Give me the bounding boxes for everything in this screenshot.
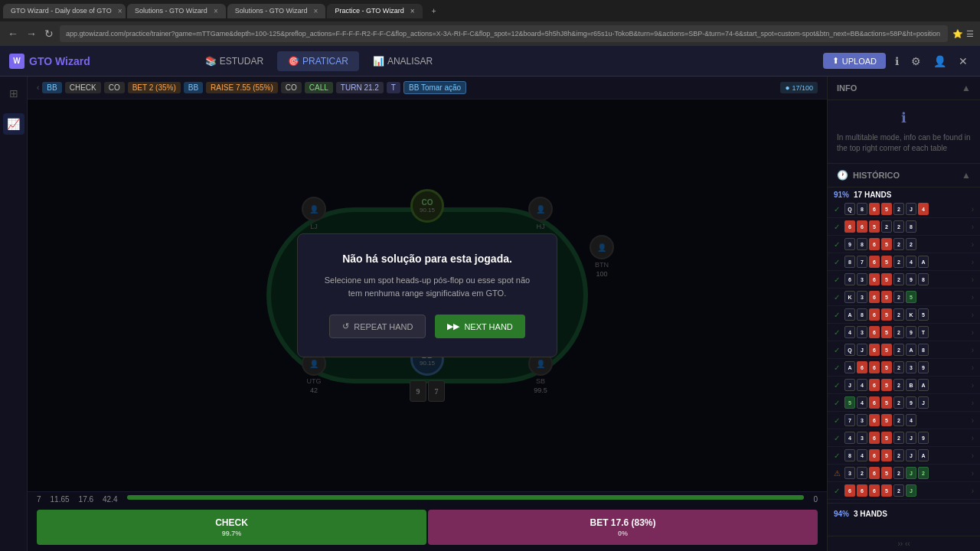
- expand-icon[interactable]: ›: [972, 364, 974, 372]
- expand-icon[interactable]: ›: [972, 487, 974, 495]
- mini-card: 5: [881, 291, 892, 303]
- sidebar-chart-icon[interactable]: 📈: [3, 113, 24, 135]
- mini-card: 2: [893, 220, 904, 233]
- expand-icon[interactable]: ›: [972, 205, 974, 214]
- expand-icon[interactable]: ›: [972, 399, 974, 407]
- next-icon: ▶▶: [447, 321, 459, 331]
- next-hand-button[interactable]: ▶▶ NEXT HAND: [435, 315, 524, 338]
- tab-3-close[interactable]: ×: [314, 7, 318, 15]
- expand-icon[interactable]: ›: [972, 311, 974, 319]
- historico-close-button[interactable]: ▲: [962, 170, 971, 181]
- mini-card: 2: [893, 273, 904, 285]
- check-icon: ✓: [834, 487, 841, 495]
- user-icon-btn[interactable]: 👤: [930, 52, 949, 70]
- table-row: ✓ 4 3 6 5 2 J 9 ›: [828, 429, 980, 447]
- app-logo: W GTO Wizard: [9, 54, 90, 69]
- estudar-label: ESTUDAR: [220, 56, 263, 67]
- mini-card: 6: [857, 484, 867, 497]
- mini-card: 6: [869, 432, 880, 444]
- breadcrumb-arrow: ‹: [37, 83, 39, 92]
- expand-icon[interactable]: ›: [972, 258, 974, 266]
- repeat-label: REPEAT HAND: [354, 322, 413, 331]
- breadcrumb-bb-2: BB: [184, 82, 203, 93]
- check-button[interactable]: CHECK 99.7%: [37, 510, 426, 545]
- mini-card: 5: [906, 291, 916, 303]
- table-row: ✓ 6 6 5 2 2 8 ›: [828, 218, 980, 236]
- upload-button[interactable]: ⬆ UPLOAD: [823, 53, 886, 69]
- sidebar-home-icon[interactable]: ⊞: [3, 83, 24, 104]
- stat-zero: 0: [813, 495, 818, 504]
- expand-icon[interactable]: ›: [972, 276, 974, 284]
- nav-reload[interactable]: ↻: [43, 26, 55, 41]
- bet-button[interactable]: BET 17.6 (83%) 0%: [428, 510, 818, 545]
- logo-icon: W: [9, 54, 24, 69]
- tab-3[interactable]: Solutions - GTO Wizard ×: [227, 4, 326, 18]
- mini-card: 4: [918, 203, 929, 215]
- expand-icon[interactable]: ›: [972, 452, 974, 460]
- expand-icon[interactable]: ›: [972, 346, 974, 354]
- info-icon-btn[interactable]: ℹ: [892, 52, 902, 70]
- mini-card: 4: [857, 449, 867, 461]
- expand-icon[interactable]: ›: [972, 469, 974, 478]
- expand-icon[interactable]: ›: [972, 434, 974, 442]
- info-close-button[interactable]: ▲: [962, 83, 971, 93]
- historico-header: 🕐 HISTÓRICO ▲: [828, 164, 980, 187]
- bottom-expand[interactable]: ›› ‹‹: [828, 536, 980, 551]
- tab-4-close[interactable]: ×: [410, 7, 415, 15]
- expand-icon[interactable]: ›: [972, 416, 974, 425]
- right-panel: INFO ▲ ℹ In multitable mode, info can be…: [827, 77, 980, 551]
- mini-card: 5: [881, 449, 892, 461]
- expand-icon[interactable]: ›: [972, 293, 974, 302]
- mini-card: 8: [857, 238, 867, 250]
- close-icon-btn[interactable]: ✕: [956, 52, 971, 70]
- nav-estudar[interactable]: 📚 ESTUDAR: [194, 51, 274, 71]
- nav-analisar[interactable]: 📊 ANALISAR: [362, 51, 443, 71]
- app-header: W GTO Wizard 📚 ESTUDAR 🎯 PRATICAR 📊 ANAL…: [0, 46, 980, 77]
- nav-back[interactable]: ←: [6, 26, 20, 41]
- action-breadcrumb: ‹ BB CHECK CO BET 2 (35%) BB RAISE 7.55 …: [28, 77, 827, 99]
- check-icon: ✓: [834, 399, 841, 407]
- mini-card: 2: [893, 467, 904, 479]
- mini-card: 8: [857, 308, 867, 321]
- mini-card: 2: [893, 256, 904, 268]
- address-bar[interactable]: app.gtowizard.com/practice/trainer?game=…: [60, 25, 948, 42]
- mini-card: 6: [869, 414, 880, 426]
- mini-card: 2: [893, 379, 904, 391]
- tab-1-close[interactable]: ×: [118, 7, 122, 15]
- mini-card: 5: [918, 308, 929, 321]
- breadcrumb-t: T: [387, 82, 400, 93]
- tab-1[interactable]: GTO Wizard - Daily dose of GTO ×: [3, 4, 126, 18]
- hand-cards-7: A 8 6 5 2 K 5: [844, 308, 929, 321]
- nav-forward[interactable]: →: [24, 26, 38, 41]
- tab-2[interactable]: Solutions - GTO Wizard ×: [127, 4, 226, 18]
- tab-4[interactable]: Practice - GTO Wizard ×: [327, 4, 422, 18]
- warning-icon: ⚠: [834, 469, 841, 478]
- repeat-hand-button[interactable]: ↺ REPEAT HAND: [329, 315, 426, 338]
- hands-list[interactable]: ✓ Q 8 6 5 2 J 4 › ✓ 6: [828, 201, 980, 536]
- table-row: ✓ 8 4 6 5 2 J A ›: [828, 447, 980, 465]
- expand-icon[interactable]: ›: [972, 381, 974, 390]
- nav-praticar[interactable]: 🎯 PRATICAR: [277, 51, 359, 71]
- accuracy-91-bar: 91% 17 HANDS: [828, 187, 980, 201]
- expand-icon[interactable]: ›: [972, 328, 974, 337]
- mini-card: 8: [918, 273, 929, 285]
- tab-2-close[interactable]: ×: [214, 7, 218, 15]
- tab-new[interactable]: +: [424, 4, 444, 18]
- mini-card: 4: [857, 379, 867, 391]
- hand-cards-12: 5 4 6 5 2 9 J: [844, 396, 929, 409]
- expand-icon[interactable]: ›: [972, 240, 974, 249]
- praticar-icon: 🎯: [288, 56, 299, 67]
- check-icon: ✓: [834, 311, 841, 319]
- mini-card: 2: [893, 203, 904, 215]
- hand-cards-3: 9 8 6 5 2 2: [844, 238, 916, 250]
- mini-card: 5: [881, 432, 892, 444]
- historico-title-area: 🕐 HISTÓRICO: [837, 170, 900, 181]
- table-row: ✓ 5 4 6 5 2 9 J ›: [828, 394, 980, 412]
- mini-card: 6: [869, 361, 880, 373]
- expand-icon[interactable]: ›: [972, 223, 974, 231]
- mini-card: 5: [881, 308, 892, 321]
- settings-icon-btn[interactable]: ⚙: [908, 52, 924, 70]
- url-text: app.gtowizard.com/practice/trainer?game=…: [66, 30, 940, 37]
- mini-card: Q: [844, 344, 855, 356]
- no-solution-dialog: Não há solução para esta jogada. Selecio…: [297, 233, 557, 357]
